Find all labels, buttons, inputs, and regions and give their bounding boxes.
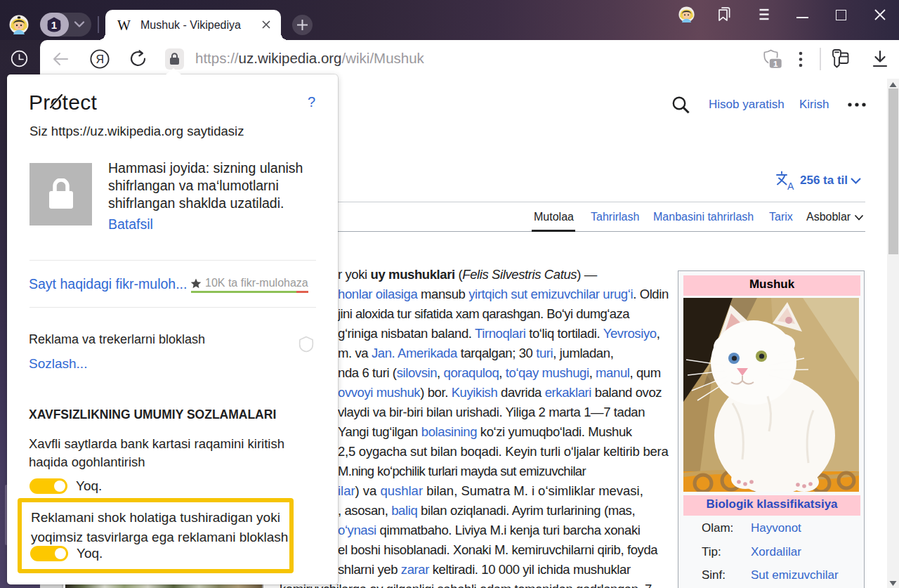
svg-text:1: 1: [773, 60, 778, 68]
svg-text:1: 1: [51, 19, 57, 31]
svg-text:Я: Я: [96, 53, 104, 65]
svg-text:A: A: [787, 181, 794, 190]
